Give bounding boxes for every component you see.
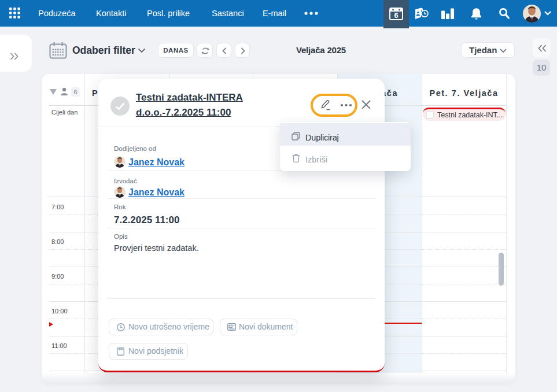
- svg-text:6: 6: [394, 12, 399, 20]
